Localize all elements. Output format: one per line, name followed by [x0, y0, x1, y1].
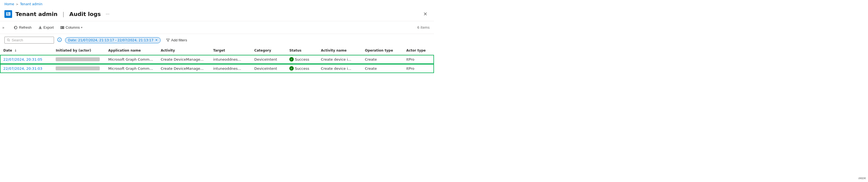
svg-rect-3: [7, 14, 9, 15]
svg-text:i: i: [59, 39, 60, 41]
date-filter-label: Date: 21/07/2024, 21:13:17 - 22/07/2024,…: [68, 38, 154, 42]
col-header-status[interactable]: Status: [286, 46, 318, 55]
svg-rect-2: [7, 14, 10, 14]
cell-category: DeviceIntent: [251, 64, 286, 73]
breadcrumb: Home > Tenant admin: [0, 0, 434, 8]
cell-activity_name: Create device i...: [318, 64, 362, 73]
cell-actor_type: ItPro: [403, 55, 434, 64]
cell-status: ✓Success: [286, 55, 318, 64]
refresh-icon: [14, 26, 18, 30]
table-container: Date ↓ Initiated by (actor) Application …: [0, 46, 434, 73]
columns-button[interactable]: Columns ▾: [58, 24, 85, 31]
col-header-target[interactable]: Target: [210, 46, 251, 55]
cell-target: intuneoddnes...: [210, 55, 251, 64]
date-filter[interactable]: Date: 21/07/2024, 21:13:17 - 22/07/2024,…: [65, 37, 161, 43]
col-header-activity-name[interactable]: Activity name: [318, 46, 362, 55]
col-header-date[interactable]: Date ↓: [0, 46, 52, 55]
sidebar-toggle[interactable]: »: [0, 23, 7, 32]
cell-app_name: Microsoft Graph Command Lin...: [105, 55, 157, 64]
search-input[interactable]: [12, 38, 52, 42]
cell-initiated_by: ████████████████: [52, 64, 105, 73]
cell-app_name: Microsoft Graph Command Lin...: [105, 64, 157, 73]
cell-initiated_by: ████████████████: [52, 55, 105, 64]
cell-status: ✓Success: [286, 64, 318, 73]
info-icon-button[interactable]: i: [57, 37, 62, 43]
page-more-button[interactable]: ···: [104, 11, 111, 17]
col-header-initiated-by[interactable]: Initiated by (actor): [52, 46, 105, 55]
page-header: Tenant admin | Audit logs ··· ✕: [0, 8, 434, 21]
svg-rect-6: [63, 27, 64, 29]
cell-operation_type: Create: [362, 55, 403, 64]
sort-indicator-date: ↓: [14, 49, 17, 52]
filter-bar: i Date: 21/07/2024, 21:13:17 - 22/07/202…: [0, 34, 434, 46]
svg-rect-5: [62, 27, 63, 29]
page-title-divider: |: [63, 11, 64, 18]
toolbar: Refresh Export Columns ▾ 6 items: [7, 21, 434, 34]
svg-rect-4: [61, 27, 62, 29]
page-icon: [4, 10, 12, 18]
breadcrumb-separator-1: >: [16, 2, 18, 6]
cell-activity: Create DeviceManage...: [157, 55, 210, 64]
cell-date[interactable]: 22/07/2024, 20:31:05: [0, 55, 52, 64]
col-header-actor-type[interactable]: Actor type: [403, 46, 434, 55]
search-icon: [7, 38, 10, 42]
info-icon: i: [57, 37, 62, 42]
cell-activity: Create DeviceManage...: [157, 64, 210, 73]
columns-chevron-icon: ▾: [81, 26, 83, 29]
page-title-audit: Audit logs: [69, 11, 101, 18]
export-button[interactable]: Export: [35, 24, 57, 31]
columns-icon: [60, 26, 64, 30]
table-row[interactable]: 22/07/2024, 20:31:05████████████████Micr…: [0, 55, 434, 64]
breadcrumb-home[interactable]: Home: [4, 2, 14, 6]
table-header-row: Date ↓ Initiated by (actor) Application …: [0, 46, 434, 55]
add-filters-button[interactable]: Add filters: [164, 37, 189, 43]
col-header-category[interactable]: Category: [251, 46, 286, 55]
cell-category: DeviceIntent: [251, 55, 286, 64]
col-header-operation-type[interactable]: Operation type: [362, 46, 403, 55]
cell-activity_name: Create device i...: [318, 55, 362, 64]
search-box[interactable]: [4, 37, 54, 43]
item-count: 6 items: [417, 26, 430, 30]
svg-rect-1: [7, 13, 8, 13]
breadcrumb-parent[interactable]: Tenant admin: [20, 2, 42, 6]
audit-log-table: Date ↓ Initiated by (actor) Application …: [0, 46, 434, 73]
export-icon: [38, 26, 42, 30]
refresh-button[interactable]: Refresh: [11, 24, 34, 31]
cell-actor_type: ItPro: [403, 64, 434, 73]
close-button[interactable]: ✕: [421, 10, 430, 18]
filter-icon: [166, 38, 170, 42]
cell-date[interactable]: 22/07/2024, 20:31:03: [0, 64, 52, 73]
cell-operation_type: Create: [362, 64, 403, 73]
col-header-activity[interactable]: Activity: [157, 46, 210, 55]
page-title-tenant: Tenant admin: [16, 11, 58, 18]
date-filter-close-icon[interactable]: ✕: [155, 38, 158, 42]
table-row[interactable]: 22/07/2024, 20:31:03████████████████Micr…: [0, 64, 434, 73]
cell-target: intuneoddnes...: [210, 64, 251, 73]
col-header-app-name[interactable]: Application name: [105, 46, 157, 55]
